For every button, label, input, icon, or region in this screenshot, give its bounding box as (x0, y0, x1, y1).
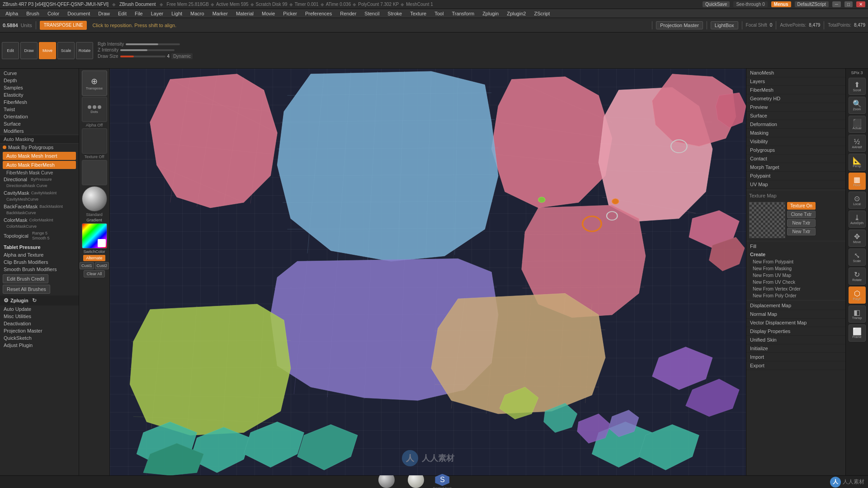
spix-scale-btn[interactable]: ⤡ Scale (849, 249, 866, 266)
spix-frame-btn[interactable]: ⬜ Frame (849, 324, 866, 342)
edit-brush-credit-btn[interactable]: Edit Brush Credit (3, 274, 48, 283)
menu-stencil[interactable]: Stencil (361, 10, 383, 17)
draw-tool-btn[interactable]: Draw (20, 42, 38, 59)
rp-new-from-uv-check[interactable]: New From UV Check (746, 279, 845, 286)
zplugin-auto-update[interactable]: Auto Update (0, 305, 79, 313)
menu-preferences[interactable]: Preferences (302, 10, 335, 17)
directional-label[interactable]: Directional (4, 177, 27, 182)
texture-preview[interactable] (749, 202, 785, 238)
zplugin-projection-master[interactable]: Projection Master (0, 327, 79, 334)
default-script[interactable]: DefaultZScript (795, 1, 829, 7)
spix-aahat-btn[interactable]: ½ AAHalf (849, 135, 866, 152)
menu-light[interactable]: Light (168, 10, 186, 17)
rp-displacement-map[interactable]: Displacement Map (746, 301, 845, 310)
menu-zscript[interactable]: ZScript (530, 10, 553, 17)
zplugin-quicksketch[interactable]: QuickSketch (0, 334, 79, 342)
switch-color-label[interactable]: SwitchColor (83, 249, 105, 254)
window-close[interactable]: ✕ (856, 1, 865, 7)
lp-twist[interactable]: Twist (0, 106, 79, 113)
texture-off-swatch[interactable] (82, 160, 107, 185)
rp-new-from-vertex-order[interactable]: New From Vertex Order (746, 286, 845, 292)
zplugin-deactivation[interactable]: Deactivation (0, 320, 79, 327)
rp-surface[interactable]: Surface (746, 112, 845, 120)
clear-all-btn[interactable]: Clear All (84, 270, 105, 277)
rp-normal-map[interactable]: Normal Map (746, 310, 845, 319)
spix-floor-btn[interactable]: ▦ Floor (849, 173, 866, 190)
canvas-area[interactable]: 人 人人素材 (110, 69, 746, 475)
lp-modifiers[interactable]: Modifiers (0, 127, 79, 135)
lp-curve[interactable]: Curve (0, 70, 79, 77)
texture-on-btn[interactable]: Texture On (787, 202, 816, 210)
rp-unified-skin[interactable]: Unified Skin (746, 336, 845, 344)
menu-movie[interactable]: Movie (258, 10, 278, 17)
spix-zoom-btn[interactable]: 🔍 Zoom (849, 97, 866, 114)
menu-zplugin[interactable]: Zplugin (479, 10, 502, 17)
scale-tool-btn[interactable]: Scale (57, 42, 75, 59)
menu-render[interactable]: Render (336, 10, 360, 17)
menu-zplugin2[interactable]: Zplugin2 (503, 10, 529, 17)
menu-tool[interactable]: Tool (431, 10, 447, 17)
rp-import[interactable]: Import (746, 353, 845, 361)
menu-picker[interactable]: Picker (279, 10, 301, 17)
window-min[interactable]: ─ (832, 1, 841, 7)
color-mask-label[interactable]: ColorMask (4, 217, 28, 223)
directional-mask-curve[interactable]: DirectionalMask Curve (0, 183, 79, 188)
fill-btn[interactable]: Fill (750, 244, 756, 249)
lightbox-btn[interactable]: LightBox (711, 21, 738, 29)
menu-draw[interactable]: Draw (94, 10, 113, 17)
menu-brush[interactable]: Brush (23, 10, 43, 17)
rp-deformation[interactable]: Deformation (746, 120, 845, 129)
rp-export[interactable]: Export (746, 361, 845, 370)
rp-preview[interactable]: Preview (746, 103, 845, 112)
spix-actual-btn[interactable]: ⬛ Actual (849, 116, 866, 133)
mask-polygroups-btn[interactable]: Mask By Polygroups (8, 145, 53, 150)
rp-visibility[interactable]: Visibility (746, 137, 845, 146)
lp-orientation[interactable]: Orientation (0, 113, 79, 120)
dots-btn[interactable]: Dots (82, 97, 107, 122)
clone-txtr-btn[interactable]: Clone Txtr (787, 211, 816, 218)
zplugin-misc-utilities[interactable]: Misc Utilities (0, 313, 79, 320)
menu-marker[interactable]: Marker (209, 10, 231, 17)
lp-fibermesh[interactable]: FiberMesh (0, 99, 79, 106)
rp-display-properties[interactable]: Display Properties (746, 327, 845, 336)
lp-depth[interactable]: Depth (0, 77, 79, 84)
rp-initialize[interactable]: Initialize (746, 344, 845, 353)
rp-new-from-masking[interactable]: New From Masking (746, 265, 845, 272)
rp-polypaint[interactable]: Polypaint (746, 172, 845, 180)
menu-texture[interactable]: Texture (406, 10, 430, 17)
menu-stroke[interactable]: Stroke (384, 10, 406, 17)
menu-macro[interactable]: Macro (187, 10, 208, 17)
spix-autodepth-btn[interactable]: ⤓ AutoDpth (849, 211, 866, 228)
rp-layers[interactable]: Layers (746, 77, 845, 86)
alternate-btn[interactable]: Alternate (83, 255, 105, 261)
menu-material[interactable]: Material (232, 10, 257, 17)
menu-document[interactable]: Document (64, 10, 94, 17)
dynamic-label[interactable]: Dynamic (171, 53, 193, 59)
color-mask-curve[interactable]: ColorMaskCurve (0, 224, 79, 229)
alpha-off-swatch[interactable] (82, 128, 107, 154)
material-sphere[interactable] (82, 186, 107, 211)
zplugin-refresh-icon[interactable]: ↻ (32, 297, 37, 304)
menu-alpha[interactable]: Alpha (2, 10, 22, 17)
rp-geometry-hd[interactable]: Geometry HD (746, 94, 845, 103)
rp-morph-target[interactable]: Morph Target (746, 163, 845, 172)
color-picker-swatch[interactable] (82, 223, 107, 249)
reset-all-brushes-btn[interactable]: Reset All Brushes (3, 285, 50, 294)
rp-contact[interactable]: Contact (746, 155, 845, 163)
rp-fibermesh[interactable]: FiberMesh (746, 86, 845, 94)
clip-brush-item[interactable]: Clip Brush Modifiers (0, 258, 79, 266)
cavity-mask-label[interactable]: CavityMask (4, 190, 29, 196)
rp-new-from-polypaint[interactable]: New From Polypaint (746, 258, 845, 265)
menu-layer[interactable]: Layer (147, 10, 167, 17)
alpha-texture-item[interactable]: Alpha and Texture (0, 251, 79, 258)
rp-vector-displacement-map[interactable]: Vector Displacement Map (746, 319, 845, 327)
zplugin-adjust-plugin[interactable]: Adjust Plugin (0, 342, 79, 349)
topological-label[interactable]: Topological (4, 233, 28, 239)
rp-new-from-poly-order[interactable]: New From Poly Order (746, 292, 845, 299)
snakehook-btn[interactable]: S SnakeHook (434, 474, 450, 488)
fibermesh-mask-curve[interactable]: FiberMesh Mask Curve (0, 170, 79, 176)
lp-samples[interactable]: Samples (0, 84, 79, 91)
menus-btn[interactable]: Menus (771, 1, 791, 7)
cust1-btn[interactable]: Cust1 (80, 262, 94, 269)
lp-elasticity[interactable]: Elasticity (0, 91, 79, 99)
